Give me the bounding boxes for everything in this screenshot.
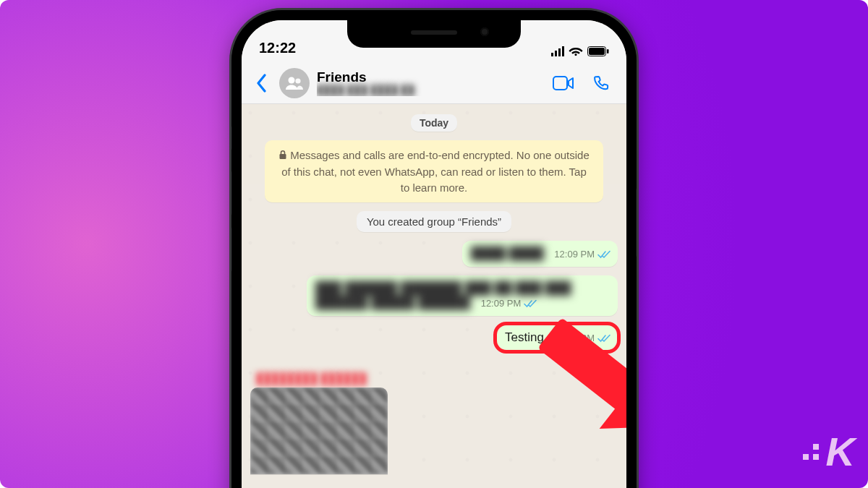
chevron-left-icon xyxy=(256,74,268,93)
video-call-button[interactable] xyxy=(548,68,579,98)
encryption-text: Messages and calls are end-to-end encryp… xyxy=(281,149,590,194)
read-ticks-icon xyxy=(597,250,610,259)
message-time: 12:09 PM xyxy=(554,333,595,343)
volume-up-button xyxy=(231,171,232,215)
stage: 12:22 xyxy=(0,0,868,488)
voice-call-button[interactable] xyxy=(586,68,616,98)
svg-rect-1 xyxy=(589,48,605,55)
volume-down-button xyxy=(231,227,232,272)
date-separator: Today xyxy=(411,114,457,132)
group-icon xyxy=(285,76,304,90)
message-out-highlighted[interactable]: Testing 12:09 PM xyxy=(496,325,618,351)
svg-point-3 xyxy=(289,77,295,83)
power-button xyxy=(636,188,637,257)
phone-frame: 12:22 xyxy=(231,10,637,488)
group-avatar[interactable] xyxy=(279,68,310,98)
message-text: Testing xyxy=(505,330,544,344)
encryption-notice[interactable]: Messages and calls are end-to-end encryp… xyxy=(265,140,603,202)
chat-title-block[interactable]: Friends ████ ███ ████ ██ xyxy=(317,69,541,96)
battery-icon xyxy=(587,46,609,56)
sender-name: ████████ ██████ xyxy=(256,372,388,385)
read-ticks-icon xyxy=(524,299,537,308)
watermark-letter: K xyxy=(826,428,854,475)
svg-rect-6 xyxy=(280,154,286,159)
message-time: 12:09 PM xyxy=(554,249,595,260)
svg-rect-2 xyxy=(607,49,609,53)
chat-members-preview: ████ ███ ████ ██ xyxy=(317,85,541,96)
svg-point-4 xyxy=(295,78,300,83)
chat-header: Friends ████ ███ ████ ██ xyxy=(242,62,626,104)
phone-notch xyxy=(347,20,521,48)
lock-icon xyxy=(278,148,287,164)
chat-title: Friends xyxy=(317,69,541,85)
system-message: You created group “Friends” xyxy=(357,211,511,232)
status-time: 12:22 xyxy=(259,40,296,56)
message-in[interactable]: ████████ ██████ xyxy=(250,372,388,474)
read-ticks-icon xyxy=(597,334,610,343)
message-out[interactable]: ████ ████ 12:09 PM xyxy=(462,241,618,267)
chat-body[interactable]: Today Messages and calls are end-to-end … xyxy=(242,104,626,488)
incoming-image-preview[interactable] xyxy=(250,388,388,474)
svg-rect-5 xyxy=(553,77,567,90)
wifi-icon xyxy=(569,46,583,56)
mute-switch xyxy=(231,126,232,150)
message-out[interactable]: ███ ██████ ███████ ███ ██ ███ ███ ██████… xyxy=(307,275,618,316)
phone-icon xyxy=(592,74,610,92)
phone-screen: 12:22 xyxy=(242,20,626,488)
message-time: 12:09 PM xyxy=(481,298,522,309)
back-button[interactable] xyxy=(252,69,272,98)
signal-icon xyxy=(551,46,564,56)
watermark-logo: K xyxy=(803,428,854,475)
video-icon xyxy=(553,76,574,90)
message-text: ████ ████ xyxy=(471,247,544,260)
